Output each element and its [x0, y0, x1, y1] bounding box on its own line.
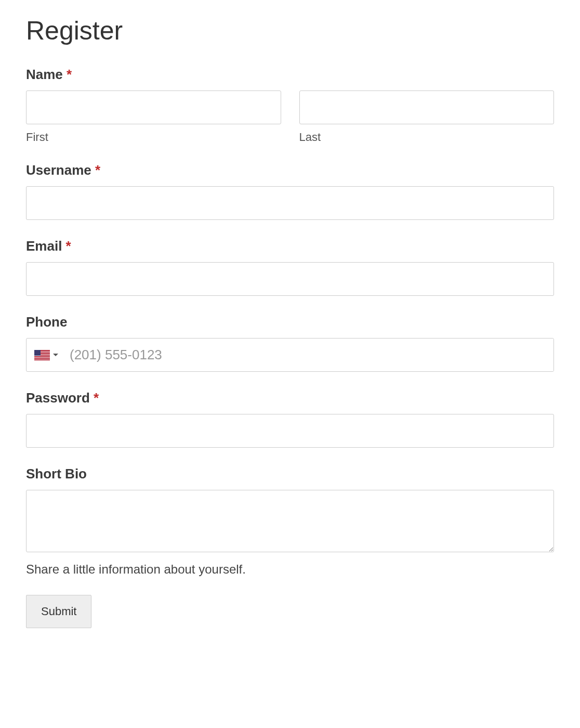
bio-helper-text: Share a little information about yoursel… [26, 562, 554, 577]
password-input[interactable] [26, 414, 554, 448]
username-input[interactable] [26, 186, 554, 220]
email-label: Email * [26, 238, 554, 254]
required-asterisk: * [95, 162, 100, 178]
country-code-selector[interactable] [27, 339, 63, 371]
bio-label: Short Bio [26, 466, 554, 482]
first-name-input[interactable] [26, 90, 281, 124]
required-asterisk: * [94, 390, 99, 406]
email-input[interactable] [26, 262, 554, 296]
password-label: Password * [26, 390, 554, 406]
submit-button[interactable]: Submit [26, 595, 91, 628]
password-field-group: Password * [26, 390, 554, 448]
name-label-text: Name [26, 67, 63, 82]
last-name-input[interactable] [299, 90, 555, 124]
username-label: Username * [26, 162, 554, 178]
required-asterisk: * [66, 238, 71, 254]
password-label-text: Password [26, 390, 90, 406]
first-name-sublabel: First [26, 131, 281, 144]
name-label: Name * [26, 67, 554, 83]
bio-field-group: Short Bio Share a little information abo… [26, 466, 554, 577]
register-form: Name * First Last Username * Email * [26, 67, 554, 628]
email-label-text: Email [26, 238, 62, 254]
chevron-down-icon [53, 354, 58, 356]
last-name-sublabel: Last [299, 131, 555, 144]
username-field-group: Username * [26, 162, 554, 220]
phone-label: Phone [26, 314, 554, 330]
phone-input[interactable] [63, 339, 553, 371]
email-field-group: Email * [26, 238, 554, 296]
required-asterisk: * [67, 67, 72, 82]
bio-textarea[interactable] [26, 490, 554, 552]
phone-field-group: Phone [26, 314, 554, 372]
name-field-group: Name * First Last [26, 67, 554, 144]
us-flag-icon [34, 350, 50, 360]
username-label-text: Username [26, 162, 91, 178]
page-title: Register [26, 16, 554, 46]
